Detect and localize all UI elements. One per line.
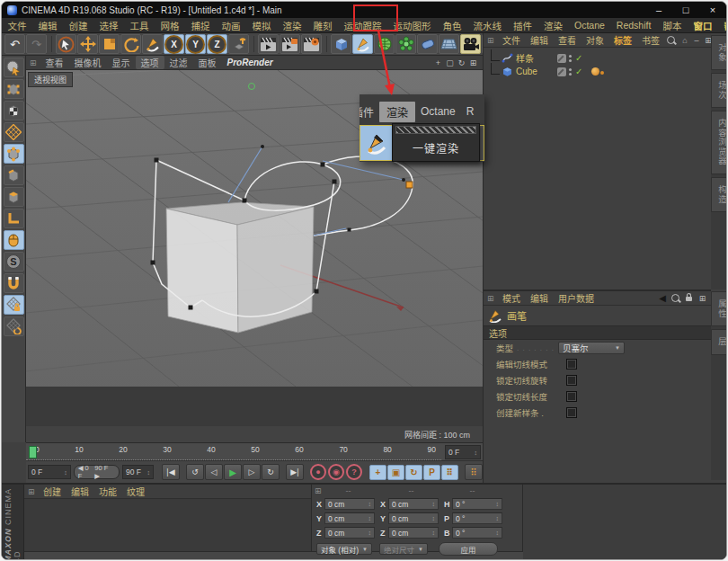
attribute-tab[interactable]: 层 (711, 329, 727, 355)
history-back-icon[interactable]: ◀ (659, 293, 666, 303)
manager-tab[interactable]: 场次 (711, 73, 727, 108)
viewport-menu-item[interactable]: 面板 (193, 56, 222, 69)
rotate-tool-button[interactable] (120, 34, 141, 54)
keyframe-selection-button[interactable]: ? (346, 464, 362, 480)
tweak-mode-button[interactable] (4, 230, 24, 250)
spinner-icon[interactable]: ↕ (496, 515, 500, 521)
start-frame-field[interactable]: 0 F ↕ (28, 465, 71, 479)
options-section-header[interactable]: 选项 (484, 325, 711, 340)
enabled-check-icon[interactable]: ✓ (575, 53, 582, 63)
menu-item[interactable]: 网格 (155, 19, 185, 32)
magnet-snap-button[interactable] (4, 273, 24, 293)
material-menu-item[interactable]: 编辑 (67, 485, 94, 498)
close-button[interactable]: × (699, 2, 726, 18)
rot-p-field[interactable]: 0 °↕ (452, 512, 502, 524)
subdivision-surface-button[interactable] (374, 34, 395, 54)
material-menu-item[interactable]: 创建 (39, 485, 67, 498)
spinner-icon[interactable]: ↕ (147, 469, 151, 476)
menu-item[interactable]: 渲染 (538, 19, 569, 32)
workplane-mode-button[interactable] (4, 122, 24, 142)
panel-grid-icon[interactable]: ⊞ (30, 58, 37, 67)
view-label[interactable]: 透视视图 (28, 72, 73, 87)
checkbox[interactable] (566, 359, 577, 370)
panel-grid-icon[interactable]: ⊞ (28, 487, 35, 496)
menu-item[interactable]: 文件 (2, 19, 32, 32)
object-menu-item[interactable]: 标签 (609, 33, 637, 47)
object-row-spline[interactable]: 样条 ✓ (489, 51, 711, 65)
menu-item[interactable]: 插件 (508, 19, 538, 32)
render-view-button[interactable] (258, 34, 279, 54)
menu-item[interactable]: 工具 (124, 19, 155, 32)
menu-item[interactable]: 运动跟踪 (338, 19, 387, 32)
panel-grid-icon[interactable]: ⊞ (487, 36, 494, 45)
viewport-menu-item[interactable]: 过滤 (164, 56, 193, 69)
material-menu-item[interactable]: 纹理 (122, 485, 150, 498)
visibility-dots-icon[interactable] (569, 54, 572, 63)
spinner-icon[interactable]: ↕ (368, 501, 372, 507)
menu-item[interactable]: 运动图形 (387, 19, 437, 32)
popup-menu-item-octane[interactable]: Octane (415, 105, 461, 118)
camera-button[interactable] (460, 34, 481, 54)
texture-mode-button[interactable] (4, 101, 24, 120)
search-icon[interactable] (667, 36, 675, 44)
phong-tag-icon[interactable] (591, 67, 599, 76)
spinner-icon[interactable]: ↕ (475, 450, 478, 456)
solo-toggle[interactable]: ⠿ (465, 464, 483, 480)
menu-item[interactable]: Redshift (610, 20, 657, 31)
attribute-menu-item[interactable]: 模式 (498, 291, 526, 305)
object-name[interactable]: 样条 (516, 51, 557, 65)
minimize-panel-icon[interactable]: – (691, 36, 703, 45)
popup-menu-item-render-selected[interactable]: 渲染 (379, 102, 415, 122)
frame-range-slider[interactable]: ◀ 0 F 90 F ▶ (74, 465, 120, 479)
object-menu-item[interactable]: 查看 (554, 33, 582, 47)
cube-primitive-button[interactable] (331, 34, 351, 54)
lock-z-axis-button[interactable]: Z (207, 34, 227, 54)
type-dropdown[interactable]: 贝塞尔 ▼ (558, 342, 625, 354)
menu-item[interactable]: 角色 (437, 19, 467, 32)
pos-y-field[interactable]: 0 cm↕ (324, 512, 375, 524)
attribute-tab[interactable]: 属性 (711, 291, 727, 326)
one-click-render-item[interactable]: 一键渲染 (393, 140, 479, 156)
go-to-start-button[interactable]: |◀ (162, 464, 180, 480)
search-icon[interactable] (671, 294, 679, 302)
menu-item[interactable]: 雕刻 (307, 19, 338, 32)
key-rotation-toggle[interactable]: ↻ (405, 465, 422, 480)
enable-snap-button[interactable]: S (4, 252, 24, 272)
viewport-menu-item[interactable]: 查看 (40, 56, 69, 69)
minimize-button[interactable]: – (645, 2, 672, 18)
spinner-icon[interactable]: ↕ (368, 515, 372, 521)
move-tool-button[interactable] (77, 34, 98, 54)
viewport-menu-item[interactable]: 摄像机 (69, 56, 107, 69)
key-pla-toggle[interactable]: ⠿ (441, 465, 458, 480)
menu-item[interactable]: 渲染 (277, 19, 307, 32)
object-menu-item[interactable]: 编辑 (526, 33, 554, 47)
workplane-button[interactable] (4, 316, 24, 336)
coordinate-mode-dropdown[interactable]: 对象 (相对) ▼ (316, 543, 372, 555)
menu-item[interactable]: 脚本 (657, 19, 688, 32)
size-y-field[interactable]: 0 cm↕ (388, 512, 439, 524)
viewport-pan-icon[interactable]: + (432, 58, 444, 67)
current-frame-field[interactable]: 0 F ↕ (445, 445, 481, 459)
viewport-menu-item[interactable]: ProRender (222, 58, 279, 67)
model-mode-button[interactable] (4, 79, 24, 99)
pos-z-field[interactable]: 0 cm↕ (324, 527, 375, 539)
enabled-check-icon[interactable]: ✓ (575, 67, 582, 76)
popup-menu-item-partial[interactable]: R (461, 105, 480, 118)
rot-h-field[interactable]: 0 °↕ (452, 498, 502, 510)
add-panel-icon[interactable]: ⊞ (697, 294, 708, 303)
timeline-track[interactable]: 0102030405060708090 (26, 443, 441, 460)
menu-item[interactable]: 帮助 (718, 19, 727, 32)
go-to-end-button[interactable]: ▶| (286, 464, 304, 480)
floor-button[interactable] (439, 34, 459, 54)
lock-x-axis-button[interactable]: X (164, 34, 184, 54)
play-button[interactable]: ▶ (224, 464, 242, 480)
spline-pen-button[interactable] (352, 34, 373, 54)
size-x-field[interactable]: 0 cm↕ (388, 498, 439, 510)
visibility-dots-icon[interactable] (569, 67, 572, 76)
menu-item[interactable]: 编辑 (32, 19, 63, 32)
last-used-tool-button[interactable] (142, 34, 163, 54)
lock-icon[interactable] (686, 297, 692, 301)
apply-button[interactable]: 应用 (439, 542, 498, 556)
object-menu-item[interactable]: 书签 (637, 33, 665, 47)
menu-item[interactable]: Octane (569, 20, 611, 31)
